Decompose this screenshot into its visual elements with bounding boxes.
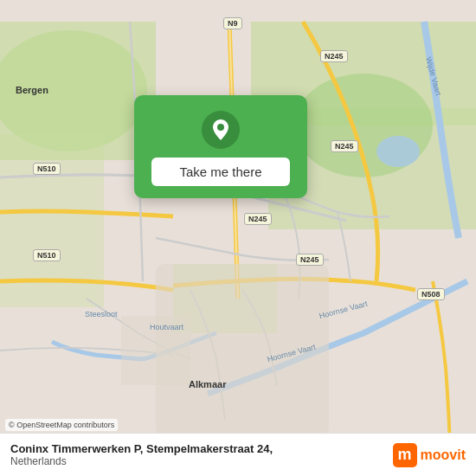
road-badge-n9: N9 — [223, 17, 242, 29]
osm-attribution: © OpenStreetMap contributors — [5, 419, 118, 431]
water-label-steesloot: Steesloot — [85, 310, 118, 318]
town-label-alkmaar: Alkmaar — [189, 379, 226, 389]
map-container: N9 N245 N245 N245 N245 N510 N510 N508 Be… — [0, 0, 476, 476]
road-badge-n508: N508 — [417, 288, 445, 300]
road-badge-n510-1: N510 — [33, 163, 61, 175]
svg-point-8 — [376, 136, 420, 167]
town-label-bergen: Bergen — [16, 85, 48, 95]
business-country: Netherlands — [10, 455, 273, 467]
road-badge-n510-2: N510 — [33, 249, 61, 261]
business-info: Coninx Timmerwerken P, Stempelmakerstraa… — [10, 442, 273, 467]
water-label-houtvaart: Houtvaart — [150, 323, 183, 331]
map-svg — [0, 0, 476, 476]
road-badge-n245-1: N245 — [320, 50, 348, 62]
take-me-there-button[interactable]: Take me there — [151, 158, 290, 186]
road-badge-n245-4: N245 — [296, 254, 324, 266]
pin-icon — [202, 111, 240, 149]
svg-point-12 — [217, 124, 224, 131]
road-badge-n245-2: N245 — [331, 140, 358, 152]
moovit-text: moovit — [421, 447, 466, 463]
location-card: Take me there — [134, 95, 307, 198]
road-badge-n245-3: N245 — [244, 213, 272, 225]
bottom-bar: Coninx Timmerwerken P, Stempelmakerstraa… — [0, 433, 476, 476]
moovit-logo: m moovit — [393, 443, 466, 467]
business-name: Coninx Timmerwerken P, Stempelmakerstraa… — [10, 442, 273, 455]
moovit-m-icon: m — [393, 443, 417, 467]
